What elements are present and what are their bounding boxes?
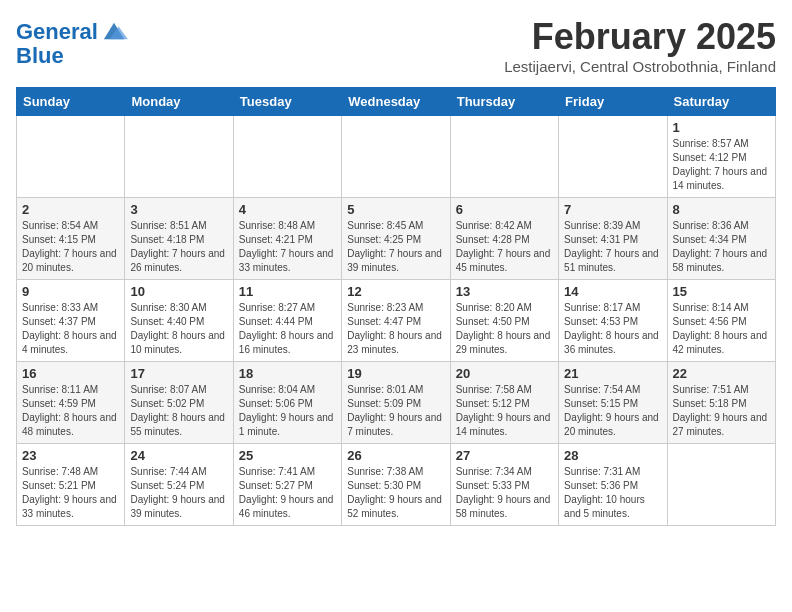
day-number: 25 <box>239 448 336 463</box>
calendar-day-cell <box>233 116 341 198</box>
day-info: Sunrise: 8:51 AM Sunset: 4:18 PM Dayligh… <box>130 219 227 275</box>
day-info: Sunrise: 7:38 AM Sunset: 5:30 PM Dayligh… <box>347 465 444 521</box>
calendar-day-header: Monday <box>125 88 233 116</box>
day-info: Sunrise: 7:34 AM Sunset: 5:33 PM Dayligh… <box>456 465 553 521</box>
day-info: Sunrise: 8:01 AM Sunset: 5:09 PM Dayligh… <box>347 383 444 439</box>
day-info: Sunrise: 7:31 AM Sunset: 5:36 PM Dayligh… <box>564 465 661 521</box>
calendar-day-header: Friday <box>559 88 667 116</box>
logo-text: General <box>16 20 98 44</box>
calendar-day-cell: 10Sunrise: 8:30 AM Sunset: 4:40 PM Dayli… <box>125 280 233 362</box>
day-number: 13 <box>456 284 553 299</box>
day-info: Sunrise: 8:39 AM Sunset: 4:31 PM Dayligh… <box>564 219 661 275</box>
day-info: Sunrise: 7:54 AM Sunset: 5:15 PM Dayligh… <box>564 383 661 439</box>
calendar-day-cell <box>559 116 667 198</box>
day-number: 2 <box>22 202 119 217</box>
day-number: 23 <box>22 448 119 463</box>
day-info: Sunrise: 7:58 AM Sunset: 5:12 PM Dayligh… <box>456 383 553 439</box>
day-number: 14 <box>564 284 661 299</box>
logo: General Blue <box>16 20 128 68</box>
calendar-day-cell: 1Sunrise: 8:57 AM Sunset: 4:12 PM Daylig… <box>667 116 775 198</box>
logo-icon <box>100 19 128 43</box>
day-info: Sunrise: 8:45 AM Sunset: 4:25 PM Dayligh… <box>347 219 444 275</box>
calendar-day-header: Tuesday <box>233 88 341 116</box>
day-info: Sunrise: 8:30 AM Sunset: 4:40 PM Dayligh… <box>130 301 227 357</box>
day-number: 17 <box>130 366 227 381</box>
calendar-day-cell <box>342 116 450 198</box>
calendar-day-cell <box>667 444 775 526</box>
day-number: 10 <box>130 284 227 299</box>
calendar-week-row: 1Sunrise: 8:57 AM Sunset: 4:12 PM Daylig… <box>17 116 776 198</box>
calendar-week-row: 16Sunrise: 8:11 AM Sunset: 4:59 PM Dayli… <box>17 362 776 444</box>
day-number: 6 <box>456 202 553 217</box>
title-section: February 2025 Lestijaervi, Central Ostro… <box>504 16 776 75</box>
calendar-day-cell: 7Sunrise: 8:39 AM Sunset: 4:31 PM Daylig… <box>559 198 667 280</box>
day-number: 9 <box>22 284 119 299</box>
day-number: 16 <box>22 366 119 381</box>
calendar-day-header: Wednesday <box>342 88 450 116</box>
day-info: Sunrise: 8:33 AM Sunset: 4:37 PM Dayligh… <box>22 301 119 357</box>
day-info: Sunrise: 8:57 AM Sunset: 4:12 PM Dayligh… <box>673 137 770 193</box>
calendar-subtitle: Lestijaervi, Central Ostrobothnia, Finla… <box>504 58 776 75</box>
calendar-day-cell: 17Sunrise: 8:07 AM Sunset: 5:02 PM Dayli… <box>125 362 233 444</box>
calendar-day-cell: 18Sunrise: 8:04 AM Sunset: 5:06 PM Dayli… <box>233 362 341 444</box>
calendar-week-row: 23Sunrise: 7:48 AM Sunset: 5:21 PM Dayli… <box>17 444 776 526</box>
day-number: 3 <box>130 202 227 217</box>
calendar-day-cell: 6Sunrise: 8:42 AM Sunset: 4:28 PM Daylig… <box>450 198 558 280</box>
calendar-day-cell: 5Sunrise: 8:45 AM Sunset: 4:25 PM Daylig… <box>342 198 450 280</box>
calendar-table: SundayMondayTuesdayWednesdayThursdayFrid… <box>16 87 776 526</box>
day-number: 26 <box>347 448 444 463</box>
calendar-day-cell: 12Sunrise: 8:23 AM Sunset: 4:47 PM Dayli… <box>342 280 450 362</box>
day-number: 19 <box>347 366 444 381</box>
day-info: Sunrise: 8:17 AM Sunset: 4:53 PM Dayligh… <box>564 301 661 357</box>
calendar-week-row: 2Sunrise: 8:54 AM Sunset: 4:15 PM Daylig… <box>17 198 776 280</box>
calendar-day-cell: 20Sunrise: 7:58 AM Sunset: 5:12 PM Dayli… <box>450 362 558 444</box>
calendar-day-cell: 27Sunrise: 7:34 AM Sunset: 5:33 PM Dayli… <box>450 444 558 526</box>
day-info: Sunrise: 8:20 AM Sunset: 4:50 PM Dayligh… <box>456 301 553 357</box>
day-info: Sunrise: 8:36 AM Sunset: 4:34 PM Dayligh… <box>673 219 770 275</box>
day-number: 24 <box>130 448 227 463</box>
calendar-day-cell: 2Sunrise: 8:54 AM Sunset: 4:15 PM Daylig… <box>17 198 125 280</box>
calendar-day-cell: 19Sunrise: 8:01 AM Sunset: 5:09 PM Dayli… <box>342 362 450 444</box>
calendar-day-cell: 8Sunrise: 8:36 AM Sunset: 4:34 PM Daylig… <box>667 198 775 280</box>
calendar-day-cell <box>17 116 125 198</box>
calendar-day-header: Saturday <box>667 88 775 116</box>
day-info: Sunrise: 8:04 AM Sunset: 5:06 PM Dayligh… <box>239 383 336 439</box>
calendar-day-cell: 15Sunrise: 8:14 AM Sunset: 4:56 PM Dayli… <box>667 280 775 362</box>
calendar-day-cell: 11Sunrise: 8:27 AM Sunset: 4:44 PM Dayli… <box>233 280 341 362</box>
calendar-day-cell <box>450 116 558 198</box>
day-info: Sunrise: 8:42 AM Sunset: 4:28 PM Dayligh… <box>456 219 553 275</box>
day-info: Sunrise: 7:44 AM Sunset: 5:24 PM Dayligh… <box>130 465 227 521</box>
calendar-day-cell: 16Sunrise: 8:11 AM Sunset: 4:59 PM Dayli… <box>17 362 125 444</box>
calendar-day-cell: 28Sunrise: 7:31 AM Sunset: 5:36 PM Dayli… <box>559 444 667 526</box>
day-info: Sunrise: 8:27 AM Sunset: 4:44 PM Dayligh… <box>239 301 336 357</box>
day-number: 7 <box>564 202 661 217</box>
header: General Blue February 2025 Lestijaervi, … <box>16 16 776 75</box>
day-number: 28 <box>564 448 661 463</box>
calendar-header-row: SundayMondayTuesdayWednesdayThursdayFrid… <box>17 88 776 116</box>
logo-blue-text: Blue <box>16 44 64 68</box>
day-number: 11 <box>239 284 336 299</box>
calendar-day-cell: 24Sunrise: 7:44 AM Sunset: 5:24 PM Dayli… <box>125 444 233 526</box>
day-number: 1 <box>673 120 770 135</box>
day-info: Sunrise: 8:23 AM Sunset: 4:47 PM Dayligh… <box>347 301 444 357</box>
day-info: Sunrise: 8:11 AM Sunset: 4:59 PM Dayligh… <box>22 383 119 439</box>
day-number: 8 <box>673 202 770 217</box>
day-number: 20 <box>456 366 553 381</box>
calendar-day-cell: 3Sunrise: 8:51 AM Sunset: 4:18 PM Daylig… <box>125 198 233 280</box>
calendar-day-header: Thursday <box>450 88 558 116</box>
day-number: 22 <box>673 366 770 381</box>
day-info: Sunrise: 8:48 AM Sunset: 4:21 PM Dayligh… <box>239 219 336 275</box>
day-info: Sunrise: 7:41 AM Sunset: 5:27 PM Dayligh… <box>239 465 336 521</box>
day-number: 21 <box>564 366 661 381</box>
calendar-day-cell: 22Sunrise: 7:51 AM Sunset: 5:18 PM Dayli… <box>667 362 775 444</box>
calendar-day-cell: 25Sunrise: 7:41 AM Sunset: 5:27 PM Dayli… <box>233 444 341 526</box>
calendar-day-cell: 26Sunrise: 7:38 AM Sunset: 5:30 PM Dayli… <box>342 444 450 526</box>
day-number: 12 <box>347 284 444 299</box>
day-number: 5 <box>347 202 444 217</box>
day-number: 18 <box>239 366 336 381</box>
day-info: Sunrise: 7:48 AM Sunset: 5:21 PM Dayligh… <box>22 465 119 521</box>
day-info: Sunrise: 7:51 AM Sunset: 5:18 PM Dayligh… <box>673 383 770 439</box>
calendar-day-cell: 13Sunrise: 8:20 AM Sunset: 4:50 PM Dayli… <box>450 280 558 362</box>
calendar-week-row: 9Sunrise: 8:33 AM Sunset: 4:37 PM Daylig… <box>17 280 776 362</box>
day-number: 27 <box>456 448 553 463</box>
